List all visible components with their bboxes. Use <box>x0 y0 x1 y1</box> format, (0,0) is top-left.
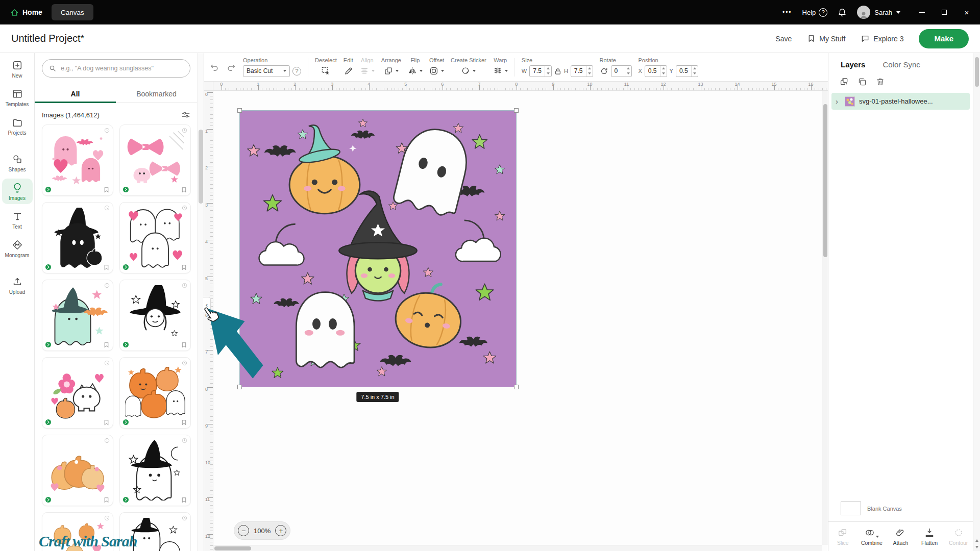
flatten-button[interactable]: Flatten <box>915 522 944 551</box>
bookmark-icon[interactable] <box>103 496 110 504</box>
bookmark-icon[interactable] <box>181 496 187 504</box>
image-search-box[interactable] <box>42 59 190 78</box>
search-input[interactable] <box>61 65 184 72</box>
zoom-out-button[interactable]: − <box>238 525 249 536</box>
rotate-input[interactable]: 0 <box>611 65 632 77</box>
tab-bookmarked[interactable]: Bookmarked <box>116 85 197 103</box>
window-close-button[interactable]: × <box>955 0 978 24</box>
image-thumbnail[interactable] <box>42 435 113 506</box>
overflow-menu-icon[interactable]: ••• <box>782 9 792 16</box>
nav-shapes[interactable]: Shapes <box>2 150 33 176</box>
nav-monogram[interactable]: Monogram <box>2 236 33 261</box>
slice-button[interactable]: Slice <box>828 522 857 551</box>
group-layers-icon[interactable] <box>840 77 849 87</box>
scroll-up-icon[interactable] <box>975 539 978 542</box>
edit-pencil-button[interactable] <box>344 66 353 76</box>
window-maximize-button[interactable] <box>933 0 955 24</box>
undo-button[interactable] <box>209 62 219 72</box>
position-y-input[interactable]: 0.5 <box>676 65 698 77</box>
tab-color-sync[interactable]: Color Sync <box>883 60 920 69</box>
filter-icon[interactable] <box>181 111 190 119</box>
warp-button[interactable] <box>493 66 502 76</box>
combine-chevron-icon <box>876 536 879 538</box>
make-button[interactable]: Make <box>919 29 969 48</box>
layer-item[interactable]: › svg-01-pastel-hallowee... <box>831 93 970 110</box>
bookmark-icon[interactable] <box>181 186 187 193</box>
canvas-horizontal-scrollbar[interactable] <box>213 545 822 551</box>
tab-canvas[interactable]: Canvas <box>52 4 93 20</box>
height-input[interactable]: 7.5 <box>571 65 593 77</box>
selection-handle-top-right[interactable] <box>514 108 519 113</box>
align-button[interactable] <box>360 66 369 76</box>
image-thumbnail[interactable] <box>119 435 191 506</box>
image-thumbnail[interactable] <box>42 280 113 351</box>
bookmark-icon[interactable] <box>181 264 187 271</box>
redo-button[interactable] <box>226 62 236 72</box>
image-thumbnail[interactable] <box>42 202 113 273</box>
nav-text[interactable]: Text <box>2 207 33 233</box>
image-thumbnail[interactable] <box>119 202 191 273</box>
nav-templates[interactable]: Templates <box>2 85 33 110</box>
chat-bubble-icon <box>861 34 870 43</box>
position-x-input[interactable]: 0.5 <box>645 65 667 77</box>
combine-button[interactable]: Combine <box>857 522 887 551</box>
image-thumbnail[interactable] <box>42 357 113 429</box>
notifications-icon[interactable] <box>838 8 847 17</box>
tab-all[interactable]: All <box>35 85 116 103</box>
bookmark-icon[interactable] <box>181 341 187 348</box>
canvas-color-swatch[interactable] <box>841 502 861 515</box>
delete-icon[interactable] <box>875 77 885 87</box>
offset-button[interactable] <box>429 66 438 76</box>
operation-select[interactable]: Basic Cut <box>243 65 290 77</box>
window-scrollbar[interactable] <box>973 53 980 551</box>
nav-upload[interactable]: Upload <box>2 272 33 298</box>
save-button[interactable]: Save <box>775 35 792 43</box>
explore-button[interactable]: Explore 3 <box>861 34 903 43</box>
selected-design[interactable] <box>240 111 516 387</box>
width-input[interactable]: 7.5 <box>529 65 552 77</box>
home-icon <box>10 8 19 17</box>
lock-aspect-icon[interactable] <box>554 67 561 75</box>
help-button[interactable]: Help ? <box>802 8 828 17</box>
home-button[interactable]: Home <box>0 8 52 17</box>
duplicate-icon[interactable] <box>857 77 867 87</box>
operation-help-icon[interactable]: ? <box>292 67 301 76</box>
selection-handle-top-left[interactable] <box>237 108 242 113</box>
image-thumbnail[interactable] <box>119 357 191 429</box>
nav-new[interactable]: New <box>2 56 33 82</box>
contour-button[interactable]: Contour <box>944 522 973 551</box>
attach-button[interactable]: Attach <box>886 522 915 551</box>
tab-layers[interactable]: Layers <box>841 60 865 69</box>
selection-handle-bottom-right[interactable] <box>514 385 519 389</box>
nav-projects[interactable]: Projects <box>2 113 33 139</box>
create-sticker-button[interactable] <box>461 66 470 76</box>
canvas-viewport[interactable]: 7.5 in x 7.5 in − 100% + <box>213 91 828 551</box>
image-thumbnail[interactable] <box>119 280 191 351</box>
hand-cursor-icon <box>203 304 220 323</box>
layers-panel: Layers Color Sync › svg-01-pastel-hallow… <box>828 53 980 551</box>
bookmark-icon[interactable] <box>103 264 110 271</box>
zoom-in-button[interactable]: + <box>275 525 286 536</box>
account-menu[interactable]: Sarah <box>857 6 900 19</box>
access-badge-icon <box>123 342 129 347</box>
image-thumbnail[interactable] <box>119 124 191 196</box>
my-stuff-button[interactable]: My Stuff <box>807 34 845 43</box>
arrange-button[interactable] <box>384 66 393 76</box>
bookmark-icon[interactable] <box>103 419 110 426</box>
bookmark-icon[interactable] <box>103 186 110 193</box>
selection-handle-bottom-left[interactable] <box>237 385 242 389</box>
layer-expand-icon[interactable]: › <box>836 97 841 106</box>
rotate-icon[interactable] <box>600 67 608 76</box>
flip-button[interactable] <box>408 66 417 76</box>
bookmark-icon[interactable] <box>181 419 187 426</box>
scroll-down-icon[interactable] <box>975 546 978 548</box>
window-minimize-button[interactable] <box>911 0 933 24</box>
edit-toolbar: Operation Basic Cut ? Deselect Edit <box>204 53 828 82</box>
nav-images[interactable]: Images <box>2 179 33 204</box>
layer-thumbnail <box>845 96 855 107</box>
image-thumbnail[interactable] <box>42 124 113 196</box>
blank-canvas-row[interactable]: Blank Canvas <box>828 496 973 521</box>
bookmark-icon[interactable] <box>103 341 110 348</box>
deselect-button[interactable] <box>321 66 331 76</box>
canvas-vertical-scrollbar[interactable] <box>822 91 828 545</box>
